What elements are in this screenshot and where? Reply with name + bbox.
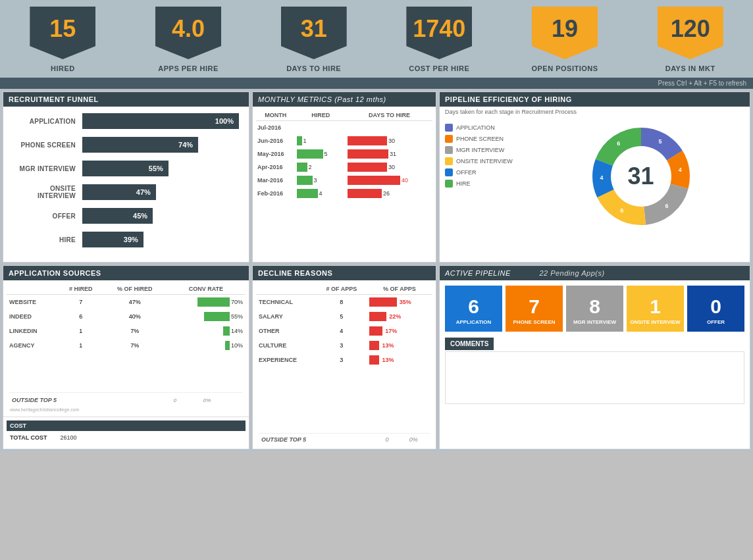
funnel-row: OFFER 45% <box>13 208 239 224</box>
refresh-hint: Press Ctrl + Alt + F5 to refresh <box>0 78 753 89</box>
kpi-days-to-hire: 31 DAYS TO HIRE <box>251 0 376 78</box>
funnel-row: HIRE 39% <box>13 232 239 247</box>
active-card: 0 OFFER <box>687 286 744 332</box>
pipeline-body: APPLICATION PHONE SCREEN MGR INTERVIEW O… <box>440 118 750 234</box>
cost-row: TOTAL COST 26100 <box>7 433 246 442</box>
legend-item: ONSITE INTERVIEW <box>445 157 531 165</box>
donut-label: 5 <box>658 138 662 145</box>
kpi-open-label: OPEN POSITIONS <box>531 64 598 72</box>
kpi-cost-per-hire: 1740 COST PER HIRE <box>376 0 502 78</box>
metrics-days <box>346 121 432 135</box>
decline-apps: 4 <box>317 324 367 338</box>
active-card: 7 PHONE SCREEN <box>506 286 563 332</box>
sources-table: # HIRED % OF HIRED CONV RATE WEBSITE 7 4… <box>7 284 246 353</box>
metrics-days: 30 <box>346 161 432 174</box>
source-conv-rate: 10% <box>167 338 246 353</box>
kpi-days-badge: 31 <box>281 7 347 59</box>
active-body: 6 APPLICATION 7 PHONE SCREEN 8 MGR INTER… <box>440 280 750 409</box>
kpi-mkt-value: 120 <box>671 15 710 51</box>
decline-row: SALARY 5 22% <box>256 309 432 324</box>
metrics-month: Jun-2016 <box>256 134 296 147</box>
source-hired: 1 <box>59 338 103 353</box>
comments-section: COMMENTS <box>445 337 744 404</box>
kpi-hired: 15 HIRED <box>0 0 126 78</box>
active-card-label: OFFER <box>707 319 725 325</box>
metrics-body: MONTH HIRED DAYS TO HIRE Jul-2016 Jun-20… <box>253 107 436 203</box>
kpi-cost-value: 1740 <box>413 15 465 51</box>
outside-sources: OUTSIDE TOP 5 0 0% <box>7 392 246 406</box>
funnel-bar: 100% <box>82 113 239 129</box>
decline-reason: EXPERIENCE <box>256 353 317 367</box>
active-card-label: PHONE SCREEN <box>513 319 555 325</box>
total-cost-label: TOTAL COST <box>10 434 47 441</box>
active-card-label: APPLICATION <box>456 319 492 325</box>
active-title: ACTIVE PIPELINE 22 Pending App(s) <box>440 266 750 280</box>
legend-item: PHONE SCREEN <box>445 135 531 143</box>
decline-row: CULTURE 3 13% <box>256 338 432 353</box>
metrics-row: Jun-2016 1 30 <box>256 134 432 147</box>
pipeline-subtitle: Days taken for each stage in Recruitment… <box>440 107 750 118</box>
active-card-value: 8 <box>589 295 600 318</box>
funnel-bar: 45% <box>82 208 153 224</box>
main-content: RECRUITMENT FUNNEL APPLICATION 100% PHON… <box>0 89 753 452</box>
funnel-row-label: OFFER <box>13 213 82 220</box>
decline-title: DECLINE REASONS <box>253 266 436 280</box>
funnel-bar-container: 74% <box>82 137 239 153</box>
metrics-row: Feb-2016 4 26 <box>256 187 432 200</box>
donut-center-value: 31 <box>627 163 654 190</box>
kpi-apps-label: APPS PER HIRE <box>158 64 218 72</box>
donut-chart: 546646 31 <box>588 124 694 229</box>
decline-apps: 3 <box>317 353 367 367</box>
legend-dot <box>445 168 453 176</box>
metrics-table: MONTH HIRED DAYS TO HIRE Jul-2016 Jun-20… <box>256 110 432 200</box>
legend-dot <box>445 146 453 154</box>
kpi-apps-value: 4.0 <box>172 15 205 51</box>
outside-decline: OUTSIDE TOP 5 0 0% <box>256 433 432 445</box>
kpi-cost-label: COST PER HIRE <box>409 64 469 72</box>
metrics-month: May-2016 <box>256 147 296 161</box>
kpi-cost-badge: 1740 <box>406 7 472 59</box>
active-card-value: 7 <box>529 295 540 318</box>
active-card-value: 6 <box>468 295 479 318</box>
sources-row: INDEED 6 40% 55% <box>7 309 246 324</box>
source-conv-rate: 70% <box>167 295 246 310</box>
cost-title: COST <box>7 420 246 431</box>
metrics-month: Jul-2016 <box>256 121 296 135</box>
active-card-value: 0 <box>710 295 721 318</box>
source-conv-rate: 14% <box>167 324 246 338</box>
decline-reason: OTHER <box>256 324 317 338</box>
pipeline-panel: PIPELINE EFFICIENCY OF HIRING Days taken… <box>439 91 750 263</box>
metrics-days: 26 <box>346 187 432 200</box>
decline-reason: CULTURE <box>256 338 317 353</box>
source-pct-hired: 47% <box>103 295 167 310</box>
decline-panel: DECLINE REASONS # OF APPS % OF APPS TECH… <box>252 265 436 449</box>
source-conv-rate: 55% <box>167 309 246 324</box>
funnel-body: APPLICATION 100% PHONE SCREEN 74% MGR IN… <box>3 107 249 262</box>
funnel-bar: 39% <box>82 232 143 247</box>
sources-title: APPLICATION SOURCES <box>3 266 249 280</box>
source-hired: 6 <box>59 309 103 324</box>
decline-reason: TECHNICAL <box>256 295 317 310</box>
kpi-hired-badge: 15 <box>30 7 95 59</box>
legend-label: PHONE SCREEN <box>456 136 504 142</box>
source-pct-hired: 7% <box>103 338 167 353</box>
decline-pct: 35% <box>367 295 432 310</box>
funnel-row: ONSITE INTERVIEW 47% <box>13 184 239 200</box>
decline-row: TECHNICAL 8 35% <box>256 295 432 310</box>
kpi-hired-value: 15 <box>49 15 76 51</box>
metrics-title: MONTHLY METRICS (Past 12 mths) <box>253 92 436 107</box>
kpi-days-in-mkt: 120 DAYS IN MKT <box>627 0 753 78</box>
donut-label: 4 <box>600 174 603 181</box>
funnel-bar: 74% <box>82 137 198 153</box>
source-pct-hired: 40% <box>103 309 167 324</box>
legend-dot <box>445 180 453 188</box>
metrics-hired: 1 <box>296 134 347 147</box>
active-card: 8 MGR INTERVIEW <box>566 286 623 332</box>
sources-row: WEBSITE 7 47% 70% <box>7 295 246 310</box>
source-name: LINKEDIN <box>7 324 59 338</box>
active-cards: 6 APPLICATION 7 PHONE SCREEN 8 MGR INTER… <box>445 286 744 332</box>
sources-row: AGENCY 1 7% 10% <box>7 338 246 353</box>
pipeline-legend: APPLICATION PHONE SCREEN MGR INTERVIEW O… <box>445 124 531 229</box>
active-panel: ACTIVE PIPELINE 22 Pending App(s) 6 APPL… <box>439 265 750 449</box>
cost-section: COST TOTAL COST 26100 <box>3 417 249 444</box>
